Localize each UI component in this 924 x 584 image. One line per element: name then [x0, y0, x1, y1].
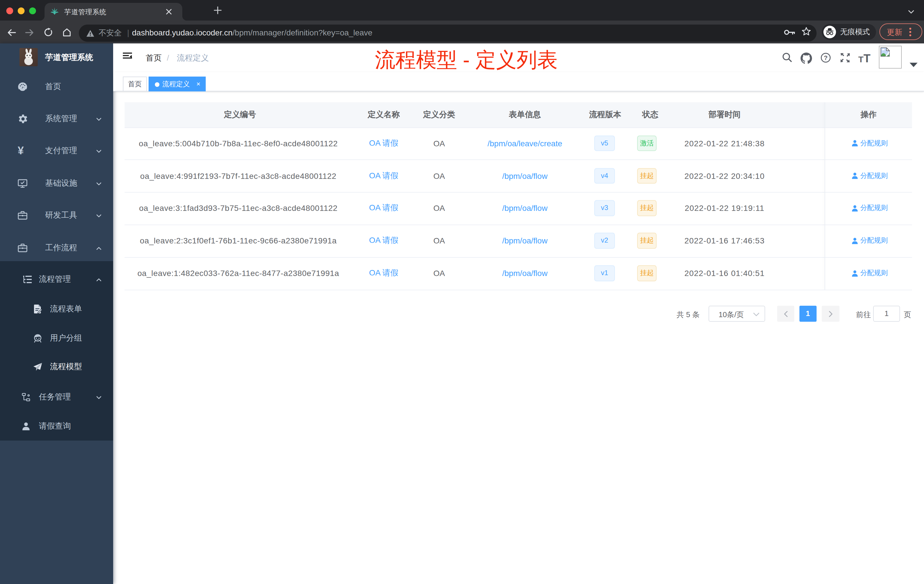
svg-text:?: ? [824, 54, 827, 61]
